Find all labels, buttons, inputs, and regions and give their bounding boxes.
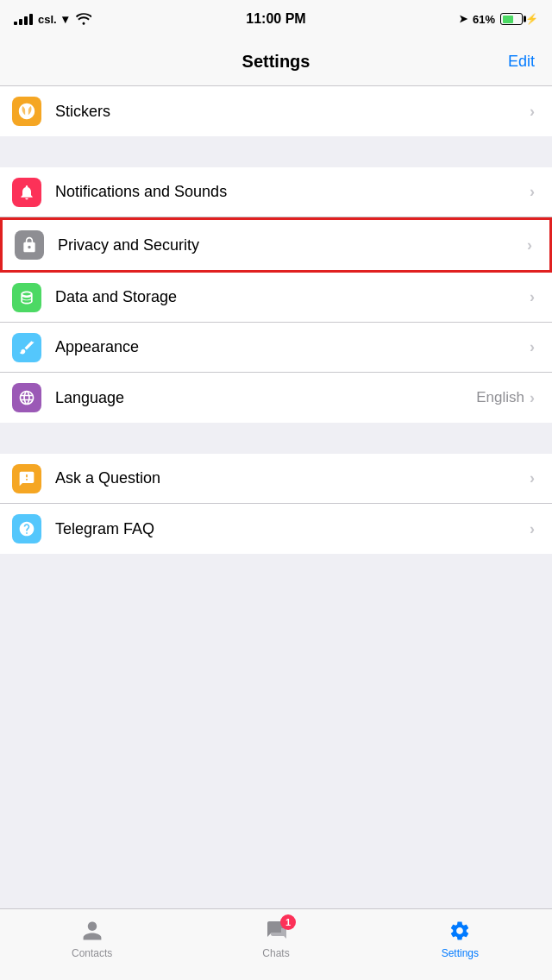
settings-icon-wrap — [445, 918, 474, 944]
faq-label: Telegram FAQ — [55, 520, 530, 538]
notifications-icon — [18, 184, 35, 201]
signal-bar-4 — [29, 14, 33, 25]
section-main: Notifications and Sounds › Privacy and S… — [0, 167, 552, 423]
settings-row-faq[interactable]: Telegram FAQ › — [0, 504, 552, 554]
signal-bar-1 — [14, 22, 17, 25]
chevron-icon: › — [530, 103, 535, 121]
wifi-icon-svg — [76, 13, 91, 25]
settings-row-ask[interactable]: Ask a Question › — [0, 454, 552, 504]
section-stickers: Stickers › — [0, 86, 552, 136]
charging-icon: ⚡ — [525, 13, 538, 25]
tab-settings[interactable]: Settings — [368, 918, 552, 959]
data-chevron: › — [530, 288, 535, 306]
contacts-icon-wrap — [78, 918, 107, 944]
person-icon — [81, 920, 104, 942]
spacer-2 — [0, 423, 552, 454]
nav-bar: Settings Edit — [0, 38, 552, 86]
status-bar: csl. ▾ 11:00 PM ➤ 61% ⚡ — [0, 0, 552, 38]
bottom-spacer — [0, 554, 552, 726]
settings-row-data[interactable]: Data and Storage › — [0, 273, 552, 323]
battery-icon: ⚡ — [500, 13, 538, 25]
status-left: csl. ▾ — [14, 12, 91, 26]
privacy-label: Privacy and Security — [58, 236, 527, 254]
settings-row-privacy[interactable]: Privacy and Security › — [3, 220, 549, 270]
appearance-label: Appearance — [55, 338, 530, 356]
privacy-icon-bg — [15, 230, 44, 260]
stickers-icon-bg — [12, 97, 41, 126]
data-icon-bg — [12, 283, 41, 312]
chats-icon-wrap: 1 — [261, 918, 291, 944]
signal-bar-2 — [19, 19, 22, 25]
globe-icon — [18, 389, 35, 406]
chat-bubble-icon — [18, 470, 35, 487]
signal-bars — [14, 13, 33, 25]
notifications-chevron: › — [530, 183, 535, 201]
language-icon-bg — [12, 383, 41, 412]
appearance-icon-bg — [12, 333, 41, 362]
location-icon: ➤ — [459, 13, 467, 25]
wifi-icon: ▾ — [62, 12, 72, 26]
help-icon — [18, 520, 35, 537]
edit-button[interactable]: Edit — [508, 53, 535, 71]
ask-chevron: › — [530, 469, 535, 487]
brush-icon — [18, 339, 35, 356]
lock-icon — [21, 236, 38, 254]
tab-bar: Contacts 1 Chats Settings — [0, 908, 552, 980]
stickers-icon — [17, 102, 36, 121]
settings-row-notifications[interactable]: Notifications and Sounds › — [0, 167, 552, 217]
ask-icon-bg — [12, 464, 41, 493]
chats-badge: 1 — [280, 914, 296, 930]
status-right: ➤ 61% ⚡ — [459, 13, 538, 26]
settings-row-appearance[interactable]: Appearance › — [0, 323, 552, 373]
gear-icon — [448, 920, 471, 942]
settings-tab-label: Settings — [442, 947, 479, 959]
settings-row-stickers[interactable]: Stickers › — [0, 86, 552, 136]
status-time: 11:00 PM — [246, 11, 305, 27]
section-help: Ask a Question › Telegram FAQ › — [0, 454, 552, 554]
privacy-highlight-border: Privacy and Security › — [0, 217, 552, 273]
notifications-label: Notifications and Sounds — [55, 183, 530, 201]
spacer-1 — [0, 136, 552, 167]
ask-label: Ask a Question — [55, 469, 530, 487]
chats-tab-label: Chats — [262, 947, 289, 959]
language-value: English — [476, 389, 524, 406]
data-label: Data and Storage — [55, 288, 530, 306]
language-chevron: › — [530, 389, 535, 407]
faq-icon-bg — [12, 514, 41, 543]
database-icon — [18, 289, 35, 306]
settings-row-language[interactable]: Language English › — [0, 373, 552, 423]
page-title: Settings — [242, 52, 310, 72]
tab-chats[interactable]: 1 Chats — [184, 918, 367, 959]
carrier-label: csl. — [38, 13, 57, 26]
faq-chevron: › — [530, 520, 535, 538]
contacts-tab-label: Contacts — [72, 947, 112, 959]
language-label: Language — [55, 389, 476, 407]
stickers-label: Stickers — [55, 103, 530, 121]
battery-percent: 61% — [473, 13, 495, 26]
tab-contacts[interactable]: Contacts — [0, 918, 184, 959]
appearance-chevron: › — [530, 338, 535, 356]
notifications-icon-bg — [12, 178, 41, 207]
signal-bar-3 — [24, 16, 28, 25]
privacy-chevron: › — [527, 236, 532, 254]
